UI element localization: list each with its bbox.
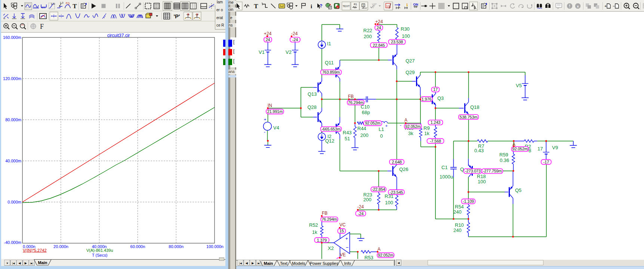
svg-text:R43: R43 <box>343 130 352 135</box>
svg-text:-22.854: -22.854 <box>372 187 385 192</box>
svg-text:V9: V9 <box>552 145 558 150</box>
svg-text:T (Secs): T (Secs) <box>92 253 107 257</box>
svg-text:Power Supplies: Power Supplies <box>310 261 339 266</box>
svg-text:0.36: 0.36 <box>500 158 509 163</box>
svg-text:R22: R22 <box>363 28 372 33</box>
svg-text:TEXT: TEXT <box>342 4 350 8</box>
svg-text:V1: V1 <box>259 49 265 55</box>
svg-text:VC: VC <box>339 222 346 227</box>
svg-text:92.052m: 92.052m <box>512 147 527 151</box>
svg-text:▶: ▶ <box>25 262 27 265</box>
svg-text:V2: V2 <box>286 49 292 55</box>
svg-text:FB: FB <box>348 94 354 99</box>
svg-text:0.000m: 0.000m <box>7 200 21 204</box>
svg-text:T: T <box>254 3 258 10</box>
svg-text:◀: ◀ <box>18 262 21 265</box>
svg-text:Q11: Q11 <box>325 60 334 65</box>
svg-text:▶|: ▶| <box>258 262 261 265</box>
svg-text:Q12: Q12 <box>325 138 335 144</box>
svg-text:|◀: |◀ <box>12 262 15 265</box>
svg-text:13: 13 <box>386 4 390 8</box>
svg-text:1.243: 1.243 <box>431 120 441 125</box>
svg-text:1000u: 1000u <box>440 174 453 180</box>
svg-text:x: x <box>577 4 579 8</box>
svg-text:-24: -24 <box>357 204 364 210</box>
svg-text:IN: IN <box>268 103 272 108</box>
svg-text:1k: 1k <box>312 229 317 235</box>
svg-text:R59: R59 <box>499 152 508 158</box>
svg-text:100.000n: 100.000n <box>206 244 224 249</box>
svg-text:24: 24 <box>377 25 381 30</box>
svg-text:17: 17 <box>537 146 543 152</box>
svg-text:R53: R53 <box>364 255 373 260</box>
svg-text:60.000n: 60.000n <box>130 244 145 249</box>
svg-text:Q5: Q5 <box>515 187 521 193</box>
svg-text:24: 24 <box>266 37 270 42</box>
svg-text:100: 100 <box>478 179 486 184</box>
svg-text:1.976: 1.976 <box>422 97 432 101</box>
svg-text:240: 240 <box>453 227 462 233</box>
svg-text:100: 100 <box>402 33 410 39</box>
svg-text:-1.109: -1.109 <box>463 199 474 204</box>
svg-text:R10: R10 <box>455 222 464 228</box>
svg-text:L1: L1 <box>379 126 384 132</box>
svg-text:20.000n: 20.000n <box>53 244 68 249</box>
svg-text:3k: 3k <box>408 131 413 136</box>
svg-text:Q13: Q13 <box>308 91 317 97</box>
svg-text:+24: +24 <box>264 31 272 36</box>
svg-text:51: 51 <box>345 136 350 141</box>
svg-text:-17: -17 <box>543 160 549 164</box>
svg-text:-24: -24 <box>292 37 298 42</box>
svg-text:+: + <box>264 117 266 122</box>
svg-text:0.43: 0.43 <box>474 148 484 153</box>
svg-text:!: ! <box>569 4 570 8</box>
svg-text:V(IN)*5.2742: V(IN)*5.2742 <box>23 248 47 253</box>
svg-text:FB: FB <box>322 211 327 216</box>
svg-text:R31: R31 <box>385 193 394 199</box>
svg-text:R52: R52 <box>309 222 318 228</box>
svg-text:-665.653m: -665.653m <box>321 127 341 131</box>
svg-text:240: 240 <box>453 209 462 215</box>
svg-text:R18: R18 <box>477 174 486 179</box>
svg-text:Main: Main <box>264 261 273 266</box>
svg-text:T: T <box>73 3 77 10</box>
svg-text:C1: C1 <box>441 165 448 170</box>
svg-text:C10: C10 <box>361 104 370 110</box>
svg-text:80.000m: 80.000m <box>5 117 21 122</box>
svg-text:120.000m: 120.000m <box>3 76 21 81</box>
svg-text:538.753m: 538.753m <box>460 115 477 119</box>
svg-text:68p: 68p <box>362 110 370 115</box>
svg-text:160.000m: 160.000m <box>3 35 21 40</box>
svg-text:?: ? <box>320 3 322 9</box>
svg-text:23.538: 23.538 <box>391 40 403 44</box>
svg-text:+: + <box>385 124 388 128</box>
svg-text:▶: ▶ <box>252 262 254 265</box>
svg-text:−: − <box>613 4 615 8</box>
svg-text:-40.000m: -40.000m <box>4 240 21 245</box>
svg-text:x: x <box>337 6 338 8</box>
svg-text:R1: R1 <box>354 3 357 6</box>
svg-text:Main: Main <box>38 260 47 265</box>
svg-text:76.294m: 76.294m <box>321 217 337 221</box>
svg-text:F: F <box>40 23 44 30</box>
svg-text:+: + <box>345 236 348 241</box>
svg-text:-7.568: -7.568 <box>430 139 441 143</box>
svg-text:R30: R30 <box>401 26 410 32</box>
svg-text:40.000m: 40.000m <box>5 159 21 163</box>
svg-text:92.052m: 92.052m <box>365 121 380 125</box>
svg-text:Q: Q <box>460 166 464 172</box>
svg-text:i: i <box>311 3 312 9</box>
svg-text:VE: VE <box>340 252 346 257</box>
svg-text:VIP: VIP <box>372 3 377 6</box>
svg-text:200: 200 <box>360 132 369 138</box>
svg-text:Models: Models <box>292 261 305 266</box>
svg-text:92.052m: 92.052m <box>405 124 420 129</box>
svg-text:V5: V5 <box>516 83 522 88</box>
svg-text:0: 0 <box>380 133 383 139</box>
svg-text:-24: -24 <box>358 211 363 216</box>
svg-text:I1: I1 <box>327 41 331 46</box>
svg-text:1: 1 <box>363 4 364 6</box>
svg-text:92.052m: 92.052m <box>378 253 393 257</box>
svg-text:Q18: Q18 <box>470 104 480 110</box>
svg-text:8: 8 <box>529 148 531 153</box>
